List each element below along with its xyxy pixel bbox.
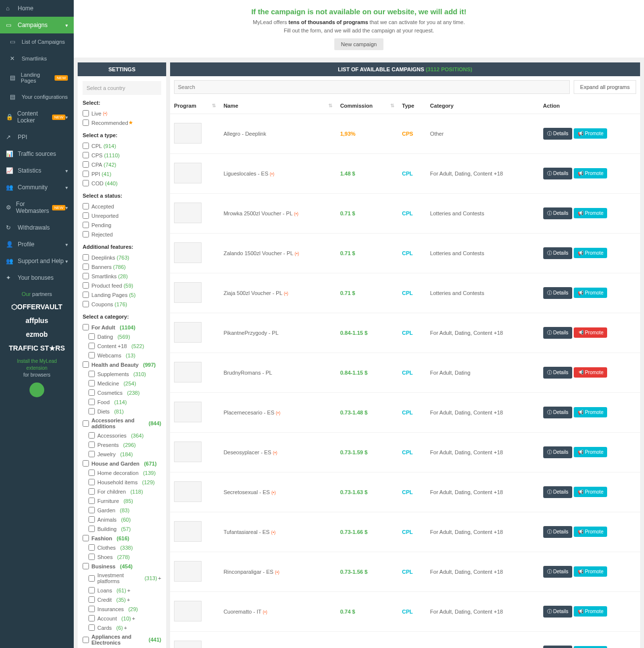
filter-category[interactable]: Fashion (616) — [83, 533, 161, 543]
checkbox[interactable] — [88, 399, 95, 405]
filter-live[interactable]: Live(•) — [83, 109, 161, 118]
promote-button[interactable]: 📢 Promote — [574, 527, 608, 537]
partner-logo[interactable]: TRAFFIC ST★RS — [2, 344, 71, 352]
nav-traffic-sources[interactable]: 📊Traffic sources — [0, 146, 74, 162]
filter-subcategory[interactable]: Furniture (85) — [83, 496, 161, 505]
checkbox[interactable] — [83, 171, 89, 177]
filter-status-accepted[interactable]: Accepted — [83, 202, 161, 211]
filter-subcategory[interactable]: Presents (296) — [83, 440, 161, 449]
filter-category[interactable]: Appliances and Electronics (441) — [83, 632, 161, 647]
filter-type-cod[interactable]: COD (440) — [83, 178, 161, 188]
filter-subcategory[interactable]: Loans (61) + — [83, 586, 161, 595]
checkbox[interactable] — [83, 282, 89, 289]
checkbox[interactable] — [83, 180, 89, 186]
details-button[interactable]: ⓘ Details — [543, 168, 572, 179]
select-country[interactable]: Select a country — [83, 81, 161, 95]
checkbox[interactable] — [88, 624, 95, 631]
filter-type-cpa[interactable]: CPA (742) — [83, 160, 161, 169]
promote-button[interactable]: 📢 Promote — [574, 367, 608, 378]
filter-feature[interactable]: Coupons (176) — [83, 299, 161, 309]
checkbox[interactable] — [83, 152, 89, 158]
filter-feature[interactable]: Product feed (59) — [83, 281, 161, 290]
filter-type-cpl[interactable]: CPL (914) — [83, 141, 161, 150]
checkbox[interactable] — [88, 587, 95, 593]
nav-for-webmasters[interactable]: ⚙For WebmastersNEW▾ — [0, 196, 74, 219]
col-program[interactable]: Program⇅ — [170, 98, 220, 114]
details-button[interactable]: ⓘ Details — [543, 247, 572, 259]
checkbox[interactable] — [88, 544, 95, 551]
nav-content-locker[interactable]: 🔒Content LockerNEW▾ — [0, 105, 74, 129]
checkbox[interactable] — [83, 563, 89, 569]
promote-button[interactable]: 📢 Promote — [574, 248, 608, 258]
filter-feature[interactable]: Landing Pages (5) — [83, 290, 161, 299]
checkbox[interactable] — [83, 292, 89, 298]
filter-subcategory[interactable]: Account (10) + — [83, 614, 161, 623]
filter-subcategory[interactable]: Building (57) — [83, 524, 161, 533]
filter-type-ppi[interactable]: PPI (41) — [83, 169, 161, 178]
promote-button[interactable]: 📢 Promote — [574, 487, 608, 497]
filter-status-pending[interactable]: Pending — [83, 220, 161, 230]
filter-subcategory[interactable]: Investment platforms (313) + — [83, 571, 161, 586]
promote-button[interactable]: 📢 Promote — [574, 566, 608, 577]
nav-landing-pages[interactable]: ▤Landing PagesNEW — [0, 67, 74, 88]
promote-button[interactable]: 📢 Promote — [574, 447, 608, 457]
checkbox[interactable] — [88, 596, 95, 603]
checkbox[interactable] — [88, 432, 95, 439]
checkbox[interactable] — [88, 333, 95, 340]
checkbox[interactable] — [88, 575, 95, 582]
nav-withdrawals[interactable]: ↻Withdrawals — [0, 219, 74, 236]
details-button[interactable]: ⓘ Details — [543, 128, 572, 140]
checkbox[interactable] — [83, 324, 89, 330]
checkbox[interactable] — [83, 110, 89, 117]
new-campaign-button[interactable]: New campaign — [334, 38, 384, 50]
nav-your-bonuses[interactable]: ✦Your bonuses — [0, 269, 74, 286]
checkbox[interactable] — [88, 554, 95, 560]
filter-subcategory[interactable]: Diets (81) — [83, 407, 161, 416]
filter-subcategory[interactable]: Home decoration (139) — [83, 468, 161, 477]
details-button[interactable]: ⓘ Details — [543, 207, 572, 219]
filter-subcategory[interactable]: Insurances (29) — [83, 604, 161, 614]
promote-button[interactable]: 📢 Promote — [574, 288, 608, 298]
checkbox[interactable] — [88, 606, 95, 612]
promote-button[interactable]: 📢 Promote — [574, 208, 608, 218]
nav-ppi[interactable]: ↗PPI — [0, 129, 74, 146]
promote-button[interactable]: 📢 Promote — [574, 646, 608, 648]
checkbox[interactable] — [88, 352, 95, 358]
filter-subcategory[interactable]: Clothes (338) — [83, 543, 161, 552]
checkbox[interactable] — [83, 161, 89, 168]
filter-category[interactable]: Business (454) — [83, 561, 161, 571]
filter-subcategory[interactable]: Food (114) — [83, 397, 161, 407]
promote-button[interactable]: 📢 Promote — [574, 407, 608, 417]
details-button[interactable]: ⓘ Details — [543, 407, 572, 418]
checkbox[interactable] — [83, 222, 89, 228]
checkbox[interactable] — [83, 203, 89, 209]
details-button[interactable]: ⓘ Details — [543, 526, 572, 538]
checkbox[interactable] — [88, 488, 95, 495]
promote-button[interactable]: 📢 Promote — [574, 128, 608, 139]
nav-community[interactable]: 👥Community▾ — [0, 179, 74, 196]
checkbox[interactable] — [88, 408, 95, 414]
checkbox[interactable] — [83, 361, 89, 368]
filter-category[interactable]: Accessories and additions (844) — [83, 416, 161, 431]
filter-category[interactable]: For Adult (1104) — [83, 323, 161, 332]
details-button[interactable]: ⓘ Details — [543, 367, 572, 379]
checkbox[interactable] — [88, 516, 95, 523]
filter-recommended[interactable]: Recommended ★ — [83, 118, 161, 127]
filter-subcategory[interactable]: Credit (35) + — [83, 595, 161, 604]
col-commission[interactable]: Commission⇅ — [336, 98, 398, 114]
checkbox[interactable] — [88, 479, 95, 485]
filter-subcategory[interactable]: Dating (569) — [83, 332, 161, 341]
nav-smartlinks[interactable]: ✕Smartlinks — [0, 50, 74, 67]
filter-category[interactable]: House and Garden (671) — [83, 459, 161, 468]
filter-category[interactable]: Health and Beauty (997) — [83, 360, 161, 369]
checkbox[interactable] — [83, 254, 89, 261]
details-button[interactable]: ⓘ Details — [543, 646, 572, 648]
details-button[interactable]: ⓘ Details — [543, 606, 572, 618]
filter-subcategory[interactable]: Medicine (254) — [83, 379, 161, 388]
details-button[interactable]: ⓘ Details — [543, 566, 572, 578]
checkbox[interactable] — [83, 143, 89, 149]
filter-subcategory[interactable]: For children (118) — [83, 487, 161, 496]
search-input[interactable] — [174, 80, 570, 94]
nav-profile[interactable]: 👤Profile▾ — [0, 236, 74, 253]
details-button[interactable]: ⓘ Details — [543, 327, 572, 339]
